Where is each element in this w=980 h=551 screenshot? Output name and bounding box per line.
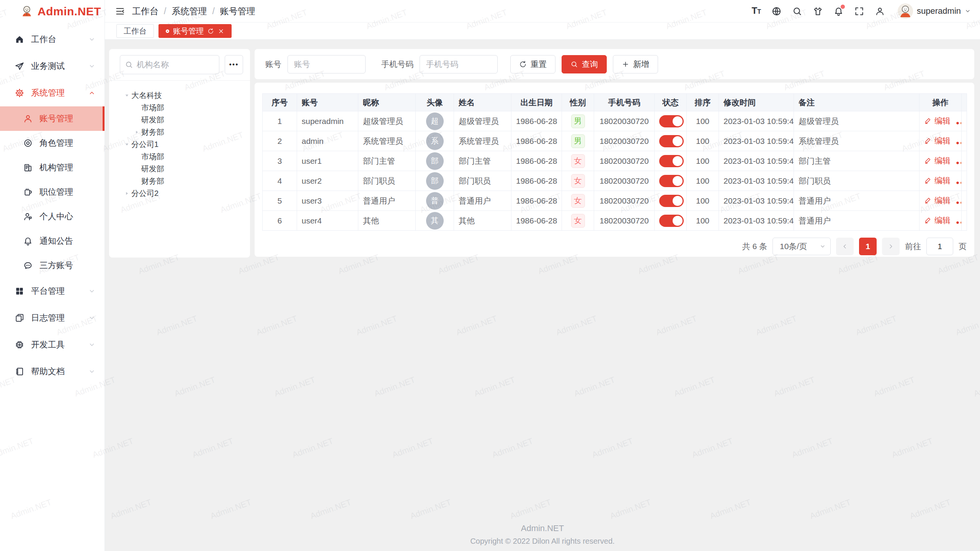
tree-node[interactable]: 市场部 [109,101,250,114]
cell-seq: 5 [263,191,297,211]
edit-button[interactable]: 编辑 [924,155,951,166]
fullscreen-icon[interactable] [854,6,864,16]
user-table: 序号 账号 昵称 头像 姓名 出生日期 性别 手机号码 状态 排序 修改时间 备… [262,93,967,231]
tree-node[interactable]: 财务部 [109,175,250,187]
tree-caret-icon[interactable] [132,127,141,137]
query-button[interactable]: 查询 [562,55,607,73]
tree-caret-icon[interactable] [122,91,131,100]
language-globe-icon[interactable] [771,6,782,16]
status-toggle[interactable] [659,215,684,227]
status-toggle[interactable] [659,155,684,167]
notification-bell-icon[interactable] [833,6,844,16]
cell-avatar: 超 [416,111,454,131]
profile-icon [23,212,33,222]
chevron-down-icon [88,288,95,295]
edit-button[interactable]: 编辑 [924,116,951,126]
org-search-input[interactable] [137,60,214,69]
sidebar-item-user[interactable]: 账号管理 [0,106,105,131]
more-actions-button[interactable]: ●●● [956,219,962,225]
sidebar-item-send[interactable]: 业务测试 [0,53,105,80]
reset-button[interactable]: 重置 [510,55,555,73]
breadcrumb-item[interactable]: 工作台 [132,5,158,17]
breadcrumb-item[interactable]: 账号管理 [220,5,255,17]
cell-status [655,211,687,231]
tree-node[interactable]: 研发部 [109,163,250,175]
sidebar-item-bell[interactable]: 通知公告 [0,229,105,253]
menu-fold-icon[interactable] [115,6,125,16]
more-actions-button[interactable]: ●●● [956,159,962,166]
sidebar-item-cpu[interactable]: 开发工具 [0,331,105,358]
tab-refresh-icon[interactable] [207,28,214,34]
log-icon [15,313,24,323]
app-title: Admin.NET [38,5,101,18]
cell-birth: 1986-06-28 [511,151,562,171]
more-actions-button[interactable]: ●●● [956,199,962,205]
sidebar-item-log[interactable]: 日志管理 [0,305,105,331]
status-toggle[interactable] [659,175,684,187]
page-label: 页 [959,241,967,252]
gear-icon [15,88,24,98]
tab-account-management[interactable]: 账号管理 [158,24,232,38]
breadcrumb-item[interactable]: 系统管理 [172,5,207,17]
status-toggle[interactable] [659,135,684,147]
tree-node[interactable]: 财务部 [109,126,250,138]
sex-badge: 男 [571,114,585,128]
tree-node[interactable]: 市场部 [109,150,250,163]
sidebar-item-profile[interactable]: 个人中心 [0,204,105,229]
page-number-current[interactable]: 1 [859,238,877,255]
sidebar-item-gear[interactable]: 系统管理 [0,80,105,106]
sidebar-item-book[interactable]: 帮助文档 [0,358,105,385]
sidebar-item-org[interactable]: 机构管理 [0,155,105,180]
edit-button[interactable]: 编辑 [924,175,951,186]
font-size-icon[interactable]: TT [752,5,761,17]
user-menu[interactable]: superadmin [898,3,971,19]
tree-caret-icon[interactable] [122,140,131,149]
edit-button[interactable]: 编辑 [924,135,951,146]
cell-birth: 1986-06-28 [511,191,562,211]
sidebar-item-home[interactable]: 工作台 [0,26,105,53]
sidebar-submenu: 账号管理角色管理机构管理职位管理个人中心通知公告三方账号 [0,106,105,278]
phone-input[interactable] [420,55,498,73]
tree-caret-icon[interactable] [122,189,131,198]
sidebar-item-chat[interactable]: 三方账号 [0,253,105,278]
cell-phone: 18020030720 [594,211,655,231]
tree-node[interactable]: 分公司1 [109,138,250,150]
status-toggle[interactable] [659,195,684,207]
cell-account: user4 [297,211,358,231]
cell-account: user1 [297,151,358,171]
person-icon[interactable] [875,6,885,16]
cell-order: 100 [687,131,719,151]
more-actions-button[interactable]: ●●● [956,119,962,126]
search-icon[interactable] [792,6,802,16]
prev-page-button[interactable] [836,238,854,255]
tree-node[interactable]: 研发部 [109,114,250,126]
cell-nickname: 超级管理员 [358,111,416,131]
status-toggle[interactable] [659,115,684,127]
more-actions-button[interactable]: ●●● [956,139,962,146]
add-button[interactable]: 新增 [613,55,658,73]
tree-node[interactable]: 分公司2 [109,187,250,199]
tree-node[interactable]: 大名科技 [109,89,250,101]
cell-status [655,191,687,211]
breadcrumb-separator: / [164,6,166,16]
chevron-down-icon [88,36,95,43]
sidebar-item-position[interactable]: 职位管理 [0,180,105,204]
more-actions-button[interactable]: ●●● [956,179,962,186]
sidebar-item-grid[interactable]: 平台管理 [0,278,105,305]
tree-node-label: 分公司2 [131,188,158,199]
theme-shirt-icon[interactable] [813,6,823,16]
tab-close-icon[interactable] [218,28,224,34]
goto-page-input[interactable] [926,238,953,255]
edit-button[interactable]: 编辑 [924,195,951,206]
edit-button[interactable]: 编辑 [924,215,951,226]
page-size-select[interactable]: 10条/页 [773,238,831,255]
footer: Admin.NET Copyright © 2022 Dilon All rig… [105,523,980,546]
monk-logo-icon [20,5,34,18]
next-page-button[interactable] [882,238,900,255]
user-icon [23,114,33,124]
account-input[interactable] [287,55,366,73]
table-row: 1superadmin超级管理员超超级管理员1986-06-28男1802003… [263,111,967,131]
tab-workbench[interactable]: 工作台 [116,24,154,38]
sidebar-item-role[interactable]: 角色管理 [0,131,105,155]
tree-more-button[interactable]: ••• [225,55,243,74]
